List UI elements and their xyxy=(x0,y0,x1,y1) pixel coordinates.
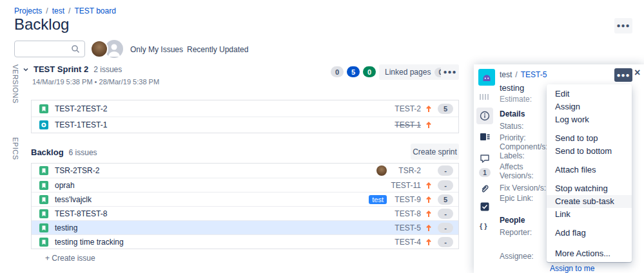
comments-icon[interactable] xyxy=(480,154,490,164)
filter-recently-updated[interactable]: Recently Updated xyxy=(187,45,248,54)
menu-item-send-to-top[interactable]: Send to top xyxy=(547,132,632,145)
ellipsis-icon: ●●● xyxy=(443,69,456,75)
info-icon xyxy=(480,111,490,121)
issue-summary: TSR-2TSR-2 xyxy=(55,166,99,175)
story-icon xyxy=(39,195,48,204)
people-heading: People xyxy=(500,216,525,225)
sprint-issues-table: TEST-2TEST-2 TEST-2 5 TEST-1TEST-1 TEST-… xyxy=(31,100,459,133)
issue-row[interactable]: oprah TEST-11 - xyxy=(32,178,458,192)
menu-item-more-actions[interactable]: More Actions... xyxy=(547,247,632,260)
field-assignee: Assignee: xyxy=(500,252,534,261)
estimate-badge: - xyxy=(438,209,453,219)
sprint-status-badges: 0 5 0 xyxy=(331,66,376,77)
estimate-badge: - xyxy=(438,223,453,233)
search-input[interactable] xyxy=(14,41,85,57)
ellipsis-icon: ●●● xyxy=(616,72,630,79)
create-issue-button[interactable]: + Create issue xyxy=(45,254,95,263)
panel-issue-key[interactable]: TEST-5 xyxy=(521,70,547,79)
menu-item-assign[interactable]: Assign xyxy=(547,100,632,113)
issue-key[interactable]: TEST-9 xyxy=(391,195,421,204)
details-tab-icon[interactable] xyxy=(476,108,493,124)
issue-row[interactable]: TEST-1TEST-1 TEST-1 xyxy=(32,117,458,133)
issue-summary: testing time tracking xyxy=(55,238,124,247)
issue-row-selected[interactable]: testing TEST-5 - xyxy=(32,220,458,234)
story-icon xyxy=(39,181,48,190)
priority-high-icon xyxy=(424,238,434,246)
field-fix-versions: Fix Version/s: xyxy=(500,184,546,193)
inprogress-badge: 5 xyxy=(347,66,360,77)
sidebar-versions-tab[interactable]: VERSIONS xyxy=(12,64,19,104)
issue-summary: TEST-2TEST-2 xyxy=(55,104,107,113)
breadcrumb: Projects / test / TEST board xyxy=(14,6,116,15)
story-icon xyxy=(39,209,48,218)
menu-item-log-work[interactable]: Log work xyxy=(547,113,632,126)
breadcrumb-board[interactable]: TEST board xyxy=(74,6,115,15)
label-chip[interactable]: test xyxy=(369,195,387,204)
sidebar-epics-tab[interactable]: EPICS xyxy=(12,137,19,160)
estimate-badge: - xyxy=(438,237,453,247)
issue-key[interactable]: TEST-2 xyxy=(391,104,421,113)
menu-item-add-flag[interactable]: Add flag xyxy=(547,227,632,240)
backlog-title: Backlog xyxy=(31,147,64,157)
menu-item-stop-watching[interactable]: Stop watching xyxy=(547,182,632,195)
issue-row[interactable]: tess'lvajclk test TEST-9 5 xyxy=(32,192,458,206)
backlog-page: Projects / test / TEST board Backlog ●●●… xyxy=(0,0,644,273)
issue-key[interactable]: TEST-8 xyxy=(391,209,421,218)
close-icon[interactable]: × xyxy=(634,68,640,78)
issue-key[interactable]: TEST-1 xyxy=(391,120,421,129)
sprint-more-button[interactable]: ●●● xyxy=(441,64,459,80)
breadcrumb-separator: / xyxy=(515,70,517,79)
project-avatar[interactable] xyxy=(478,69,495,86)
sprint-name[interactable]: TEST Sprint 2 xyxy=(34,64,88,74)
priority-high-icon xyxy=(424,196,434,203)
issue-summary: TEST-8TEST-8 xyxy=(55,209,107,218)
issue-key[interactable]: TEST-11 xyxy=(391,181,421,190)
field-reporter: Reporter: xyxy=(500,228,532,237)
estimate-badge: 5 xyxy=(438,194,453,205)
issue-row[interactable]: TEST-2TEST-2 TEST-2 5 xyxy=(32,100,458,117)
menu-item-link[interactable]: Link xyxy=(547,208,632,221)
menu-item-edit[interactable]: Edit xyxy=(547,88,632,100)
issue-row[interactable]: TEST-8TEST-8 TEST-8 - xyxy=(32,206,458,220)
description-icon[interactable] xyxy=(480,133,490,141)
menu-item-create-sub-task[interactable]: Create sub-task xyxy=(547,195,632,208)
priority-high-icon xyxy=(424,105,434,113)
page-title: Backlog xyxy=(14,15,69,33)
sprint-dates: 14/Mar/19 5:38 PM • 28/Mar/19 5:38 PM xyxy=(32,78,159,86)
user-avatar[interactable] xyxy=(90,40,108,58)
issue-summary: tess'lvajclk xyxy=(55,195,92,204)
issue-key[interactable]: TSR-2 xyxy=(391,166,421,175)
estimate-badge: 5 xyxy=(438,104,453,114)
code-braces-icon[interactable]: { } xyxy=(480,222,487,230)
assign-to-me-link[interactable]: Assign to me xyxy=(550,264,594,273)
field-status: Status: xyxy=(500,122,523,131)
board-more-button[interactable]: ●●● xyxy=(614,18,632,33)
todo-badge: 0 xyxy=(331,66,344,77)
story-icon xyxy=(39,166,48,175)
attachments-icon[interactable] xyxy=(480,184,489,193)
linked-pages-label: Linked pages xyxy=(385,68,431,77)
task-icon xyxy=(39,120,48,129)
story-icon xyxy=(39,238,48,247)
panel-project-name[interactable]: test xyxy=(500,70,512,79)
chevron-down-icon[interactable] xyxy=(23,67,28,72)
issue-key[interactable]: TEST-4 xyxy=(391,238,421,247)
issue-actions-button[interactable]: ●●● xyxy=(614,68,632,82)
backlog-header: Backlog 6 issues xyxy=(31,147,97,157)
subtasks-icon[interactable] xyxy=(480,202,489,211)
priority-high-icon xyxy=(424,121,434,129)
breadcrumb-project[interactable]: test xyxy=(52,6,64,15)
assignee-avatar[interactable] xyxy=(376,165,387,176)
search-icon xyxy=(71,44,80,53)
filter-only-my-issues[interactable]: Only My Issues xyxy=(130,45,183,54)
drag-grip-icon[interactable] xyxy=(480,94,490,100)
sprint-issue-count: 2 issues xyxy=(93,65,122,74)
menu-item-send-to-bottom[interactable]: Send to bottom xyxy=(547,145,632,158)
issue-row[interactable]: TSR-2TSR-2 TSR-2 - xyxy=(32,164,458,178)
priority-high-icon xyxy=(424,210,434,218)
issue-key[interactable]: TEST-5 xyxy=(391,223,421,232)
menu-item-attach-files[interactable]: Attach files xyxy=(547,164,632,176)
breadcrumb-projects[interactable]: Projects xyxy=(14,6,42,15)
issue-row[interactable]: testing time tracking TEST-4 - xyxy=(32,234,458,249)
create-sprint-button[interactable]: Create sprint xyxy=(411,144,459,160)
